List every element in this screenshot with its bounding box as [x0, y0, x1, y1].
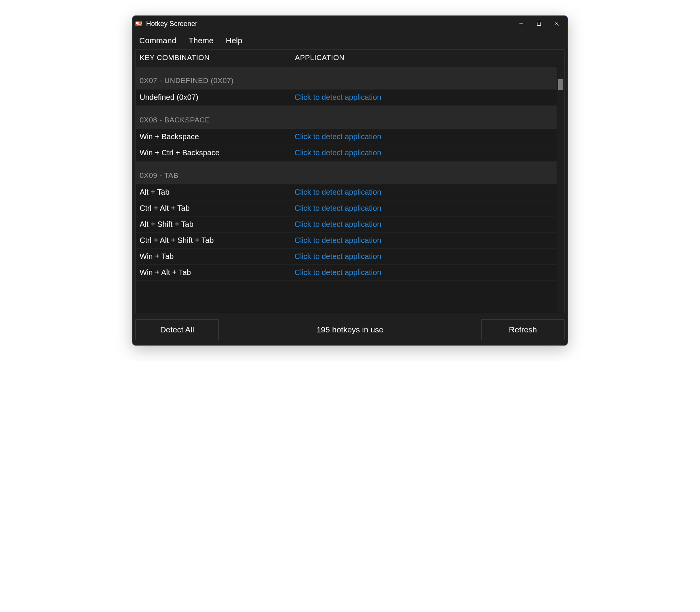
key-combination: Undefined (0x07)	[136, 90, 291, 105]
table-row: Win + BackspaceClick to detect applicati…	[136, 129, 557, 145]
status-text: 195 hotkeys in use	[219, 325, 481, 334]
svg-rect-2	[137, 22, 138, 23]
svg-rect-3	[138, 22, 139, 23]
menubar: Command Theme Help	[132, 32, 568, 49]
svg-rect-11	[137, 24, 141, 25]
titlebar: Hotkey Screener	[132, 16, 568, 32]
table-row: Alt + Shift + TabClick to detect applica…	[136, 216, 557, 233]
detect-application-link[interactable]: Click to detect application	[291, 249, 557, 264]
key-combination: Win + Ctrl + Backspace	[136, 145, 291, 161]
scrollbar-thumb[interactable]	[558, 79, 563, 90]
menu-help[interactable]: Help	[220, 34, 247, 47]
detect-application-link[interactable]: Click to detect application	[291, 216, 557, 232]
svg-rect-5	[141, 22, 142, 23]
svg-rect-9	[140, 23, 140, 24]
table-row: Undefined (0x07)Click to detect applicat…	[136, 90, 557, 106]
svg-rect-1	[136, 22, 137, 23]
table-row: Alt + TabClick to detect application	[136, 184, 557, 200]
column-key[interactable]: KEY COMBINATION	[136, 50, 291, 66]
svg-rect-4	[140, 22, 140, 23]
footer: Detect All 195 hotkeys in use Refresh	[132, 313, 568, 345]
hotkey-table: KEY COMBINATION APPLICATION 0X07 - UNDEF…	[135, 49, 565, 313]
detect-application-link[interactable]: Click to detect application	[291, 145, 557, 161]
refresh-button[interactable]: Refresh	[481, 319, 565, 340]
detect-all-button[interactable]: Detect All	[135, 319, 219, 340]
group-header: 0X07 - UNDEFINED (0X07)	[136, 66, 557, 90]
table-body: 0X07 - UNDEFINED (0X07)Undefined (0x07)C…	[136, 66, 557, 313]
detect-application-link[interactable]: Click to detect application	[291, 233, 557, 248]
svg-rect-13	[537, 22, 541, 26]
scrollbar[interactable]	[557, 66, 564, 313]
table-row: Win + Ctrl + BackspaceClick to detect ap…	[136, 145, 557, 161]
detect-application-link[interactable]: Click to detect application	[291, 200, 557, 216]
detect-application-link[interactable]: Click to detect application	[291, 129, 557, 145]
table-header: KEY COMBINATION APPLICATION	[136, 50, 564, 66]
table-row: Ctrl + Alt + Shift + TabClick to detect …	[136, 233, 557, 249]
close-button[interactable]	[548, 18, 565, 30]
svg-rect-10	[141, 23, 142, 24]
app-window: Hotkey Screener Command Theme Help KEY C…	[132, 15, 568, 346]
table-row: Win + Alt + TabClick to detect applicati…	[136, 265, 557, 281]
detect-application-link[interactable]: Click to detect application	[291, 265, 557, 280]
group-header: 0X09 - TAB	[136, 161, 557, 184]
maximize-button[interactable]	[530, 18, 548, 30]
key-combination: Win + Alt + Tab	[136, 265, 291, 280]
keyboard-icon	[135, 21, 142, 27]
svg-rect-7	[137, 23, 138, 24]
detect-application-link[interactable]: Click to detect application	[291, 184, 557, 200]
detect-application-link[interactable]: Click to detect application	[291, 90, 557, 105]
key-combination: Ctrl + Alt + Shift + Tab	[136, 233, 291, 248]
key-combination: Alt + Shift + Tab	[136, 216, 291, 232]
key-combination: Win + Tab	[136, 249, 291, 264]
window-title: Hotkey Screener	[146, 20, 513, 28]
svg-rect-8	[138, 23, 139, 24]
key-combination: Alt + Tab	[136, 184, 291, 200]
svg-rect-6	[136, 23, 137, 24]
menu-theme[interactable]: Theme	[183, 34, 219, 47]
key-combination: Win + Backspace	[136, 129, 291, 145]
table-row: Ctrl + Alt + TabClick to detect applicat…	[136, 200, 557, 216]
table-row: Win + TabClick to detect application	[136, 249, 557, 265]
minimize-button[interactable]	[513, 18, 530, 30]
key-combination: Ctrl + Alt + Tab	[136, 200, 291, 216]
menu-command[interactable]: Command	[134, 34, 182, 47]
column-app[interactable]: APPLICATION	[291, 50, 557, 66]
group-header: 0X08 - BACKSPACE	[136, 106, 557, 129]
